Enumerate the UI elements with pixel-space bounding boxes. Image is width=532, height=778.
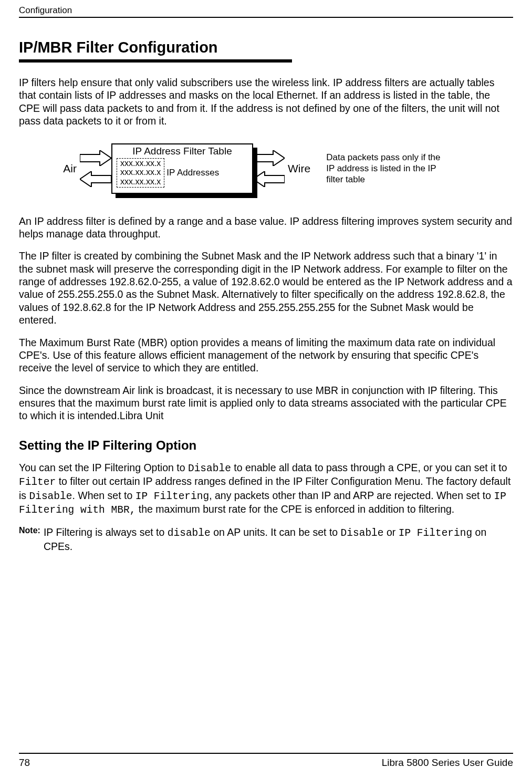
intro-paragraph: IP filters help ensure that only valid s…: [19, 76, 513, 128]
page-title: IP/MBR Filter Configuration: [19, 39, 513, 56]
code-literal: Disable: [341, 527, 384, 539]
diagram-wire-label: Wire: [285, 162, 326, 175]
text: You can set the IP Filtering Option to: [19, 462, 188, 473]
arrows-right: [253, 150, 285, 187]
arrow-right-icon: [253, 150, 285, 166]
ip-row: xxx.xx.xx.x: [120, 168, 161, 177]
text: IP Filtering is always set to: [44, 526, 168, 538]
diagram-air-label: Air: [19, 162, 80, 175]
code-literal: Disable: [29, 491, 72, 502]
page-footer: 78 Libra 5800 Series User Guide: [19, 753, 513, 769]
ip-row: xxx.xx.xx.x: [120, 159, 161, 168]
paragraph-5: Since the downstream Air link is broadca…: [19, 384, 513, 422]
paragraph-3: The IP filter is created by combining th…: [19, 250, 513, 326]
note-text: IP Filtering is always set to disable on…: [44, 526, 513, 553]
ip-filter-diagram: Air IP Address Filter Table xxx.xx.xx.x …: [19, 143, 513, 194]
svg-marker-1: [80, 171, 111, 187]
arrow-left-icon: [80, 171, 111, 187]
paragraph-2: An IP address filter is defined by a ran…: [19, 215, 513, 241]
svg-marker-3: [253, 171, 285, 187]
title-underline: [19, 59, 292, 63]
code-literal: IP Filtering: [399, 527, 472, 539]
svg-marker-2: [253, 150, 285, 166]
svg-marker-0: [80, 150, 111, 166]
note-block: Note: IP Filtering is always set to disa…: [19, 526, 513, 553]
text: . When set to: [72, 490, 135, 501]
text: to enable all data to pass through a CPE…: [231, 462, 507, 473]
text: the maximum burst rate for the CPE is en…: [135, 503, 454, 515]
paragraph-4: The Maximum Burst Rate (MBR) option prov…: [19, 336, 513, 375]
doc-title: Libra 5800 Series User Guide: [382, 757, 513, 769]
code-literal: Filter: [19, 476, 56, 488]
filter-table-title: IP Address Filter Table: [117, 146, 248, 157]
note-label: Note:: [19, 526, 40, 553]
text: or: [384, 526, 399, 538]
running-header: Configuration: [19, 0, 513, 18]
arrows-left: [80, 150, 111, 187]
text: on AP units. It can be set to: [211, 526, 341, 538]
paragraph-6: You can set the IP Filtering Option to D…: [19, 461, 513, 517]
text: , any packets other than IP and ARP are …: [209, 490, 494, 501]
subsection-title: Setting the IP Filtering Option: [19, 438, 513, 453]
ip-addresses-label: IP Addresses: [166, 168, 219, 178]
code-literal: Disable: [188, 463, 231, 474]
page-number: 78: [19, 757, 30, 769]
arrow-left-icon: [253, 171, 285, 187]
arrow-right-icon: [80, 150, 111, 166]
ip-list: xxx.xx.xx.x xxx.xx.xx.x xxx.xx.xx.x: [117, 158, 164, 188]
code-literal: disable: [168, 527, 211, 539]
diagram-info-text: Data packets pass only if the IP address…: [326, 152, 447, 185]
filter-table-box: IP Address Filter Table xxx.xx.xx.x xxx.…: [111, 143, 253, 194]
code-literal: IP Filtering: [135, 491, 209, 502]
ip-row: xxx.xx.xx.x: [120, 177, 161, 186]
